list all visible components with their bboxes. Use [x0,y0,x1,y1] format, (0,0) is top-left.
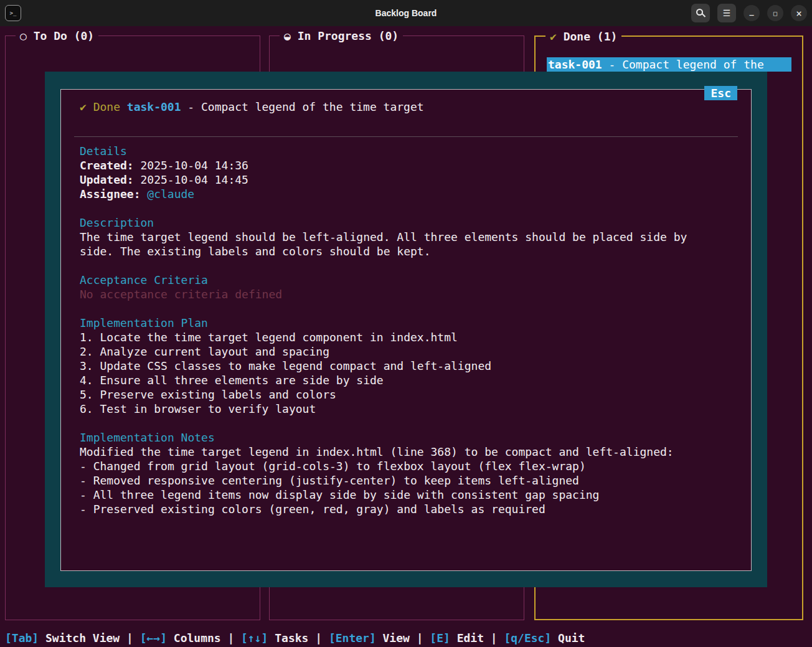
key-hint-tasks: [↑↓] [241,631,268,645]
menu-icon: ☰ [723,9,731,17]
note-line: - Preserved existing colors (green, red,… [80,502,702,516]
key-hint-quit-label: Quit [558,631,585,645]
modal-status-label: Done [93,100,120,114]
column-inprogress-title: ◒ In Progress (0) [280,29,403,43]
created-value: 2025-10-04 14:36 [141,158,248,172]
key-hint-columns: [←→] [140,631,167,645]
plan-item: 4. Ensure all three elements are side by… [80,373,702,387]
details-heading: Details [80,144,702,158]
search-button[interactable] [691,4,710,22]
key-hint-quit: [q/Esc] [504,631,551,645]
task-detail-modal: Esc ✔ Done task-001 - Compact legend of … [45,72,767,587]
note-line: - Removed responsive centering (justify-… [80,473,702,488]
plan-item: 5. Preserve existing labels and colors [80,387,702,402]
column-done-title: ✔ Done (1) [545,29,621,44]
statusbar-separator: | [491,631,498,645]
key-hint-edit: [E] [430,631,450,645]
task-card-title: - Compact legend of the [609,57,764,72]
key-hint-columns-label: Columns [174,631,221,645]
column-inprogress-label: In Progress (0) [298,29,399,43]
updated-label: Updated: [80,172,134,187]
description-text: The time target legend should be left-al… [80,230,702,258]
column-done-label: Done (1) [564,29,618,44]
terminal-prompt-glyph: >_ [10,10,17,16]
note-line: - Changed from grid layout (grid-cols-3)… [80,459,702,473]
created-row: Created: 2025-10-04 14:36 [80,158,702,172]
todo-circle-icon: ○ [20,29,27,43]
note-line: Modified the time target legend in index… [80,445,702,459]
close-icon: × [796,7,802,19]
updated-row: Updated: 2025-10-04 14:45 [80,172,702,187]
esc-button[interactable]: Esc [704,86,737,100]
key-hint-view-label: View [383,631,410,645]
created-label: Created: [80,158,134,172]
key-hint-view: [Enter] [329,631,376,645]
statusbar: [Tab] Switch View | [←→] Columns | [↑↓] … [0,629,812,647]
updated-value: 2025-10-04 14:45 [141,172,248,187]
statusbar-separator: | [227,631,234,645]
plan-item: 2. Analyze current layout and spacing [80,344,702,359]
plan-item: 6. Test in browser to verify layout [80,402,702,416]
search-icon [696,9,703,16]
header-divider [74,136,738,137]
plan-item: 3. Update CSS classes to make legend com… [80,359,702,373]
statusbar-separator: | [126,631,133,645]
note-line: - All three legend items now display sid… [80,488,702,502]
key-hint-tasks-label: Tasks [275,631,308,645]
done-check-icon: ✔ [550,29,557,44]
assignee-label: Assignee: [80,187,141,201]
titlebar: >_ Backlog Board ☰ − □ × [0,0,812,26]
acceptance-empty-text: No acceptance criteria defined [80,287,702,301]
assignee-value: @claude [147,187,194,201]
assignee-row: Assignee: @claude [80,187,702,201]
task-card-selected[interactable]: task-001 - Compact legend of the [547,57,791,72]
screen: { "window": { "title": "Backlog Board" }… [0,0,812,647]
minimize-icon: − [749,10,754,20]
key-hint-edit-label: Edit [457,631,484,645]
maximize-button[interactable]: □ [767,5,783,21]
modal-done-check-icon: ✔ [80,100,87,114]
modal-body: Details Created: 2025-10-04 14:36 Update… [80,144,702,516]
notes-heading: Implementation Notes [80,430,702,445]
acceptance-heading: Acceptance Criteria [80,273,702,287]
close-button[interactable]: × [791,5,807,21]
terminal-app-icon[interactable]: >_ [5,5,21,21]
modal-task-title: - Compact legend of the time target [187,100,423,114]
menu-button[interactable]: ☰ [717,4,736,22]
titlebar-controls: ☰ − □ × [691,4,807,22]
statusbar-separator: | [315,631,322,645]
key-hint-tab-label: Switch View [45,631,120,645]
modal-task-id: task-001 [127,100,181,114]
plan-item: 1. Locate the time target legend compone… [80,330,702,344]
description-heading: Description [80,215,702,230]
statusbar-separator: | [417,631,423,645]
column-todo-title: ○ To Do (0) [16,29,98,43]
inprogress-halfcircle-icon: ◒ [284,29,291,43]
maximize-icon: □ [773,10,777,17]
window-title: Backlog Board [375,8,437,18]
plan-heading: Implementation Plan [80,316,702,330]
modal-header: ✔ Done task-001 - Compact legend of the … [80,100,732,114]
key-hint-tab: [Tab] [5,631,39,645]
minimize-button[interactable]: − [744,5,760,21]
modal-panel: ✔ Done task-001 - Compact legend of the … [60,89,752,571]
task-card-id: task-001 [548,57,602,72]
column-todo-label: To Do (0) [34,29,95,43]
